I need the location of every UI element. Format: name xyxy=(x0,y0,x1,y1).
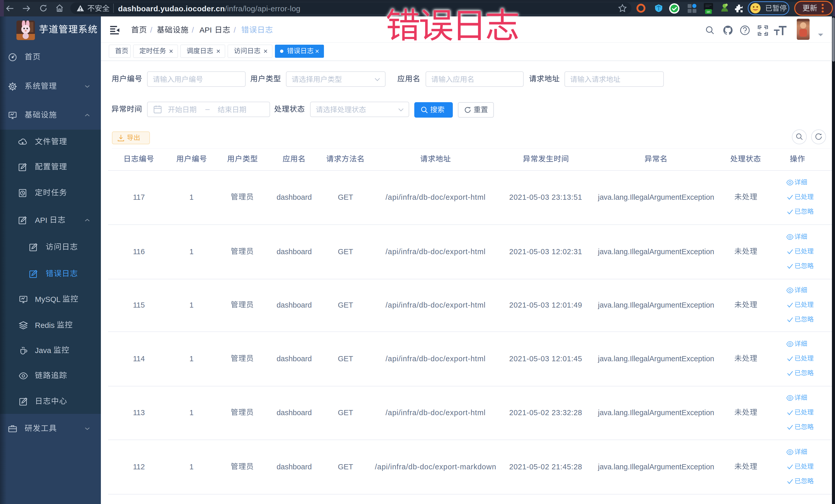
svg-text:on: on xyxy=(707,10,710,14)
